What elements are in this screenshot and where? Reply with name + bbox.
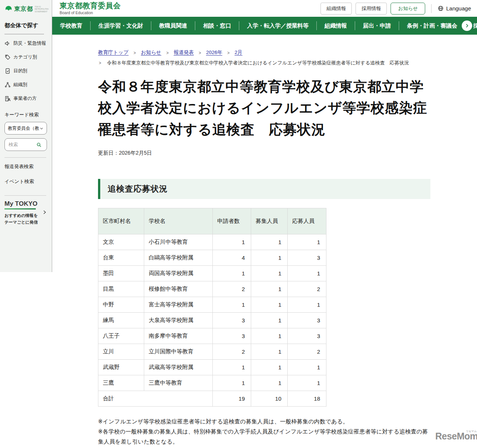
table-text-cell: 桜修館中等教育 bbox=[144, 281, 213, 297]
table-text-cell: 台東 bbox=[98, 250, 144, 266]
table-total-label: 合計 bbox=[98, 391, 213, 407]
nav-item[interactable]: 学校教育 bbox=[52, 22, 90, 29]
table-text-cell: 墨田 bbox=[98, 266, 144, 281]
table-header-row: 区市町村名学校名申請者数募集人員応募人員 bbox=[98, 208, 326, 234]
table-value-cell: 3 bbox=[213, 313, 251, 328]
search-scope-select[interactable]: 教育委員会（教 bbox=[4, 122, 47, 135]
table-value-cell: 1 bbox=[213, 375, 251, 391]
table-total-value: 19 bbox=[213, 391, 251, 407]
breadcrumb-links: 教育庁トップ＞お知らせ＞報道発表＞2026年＞2月 bbox=[98, 49, 242, 56]
table-text-cell: 武蔵野 bbox=[98, 360, 144, 375]
site-header: 東京都教育委員会 Board of Education 組織情報採用情報お知らせ… bbox=[52, 0, 477, 17]
sidebar-item[interactable]: 目的別 bbox=[4, 64, 48, 78]
table-row: 中野富士高等学校附属111 bbox=[98, 297, 326, 313]
table-value-cell: 1 bbox=[213, 360, 251, 375]
table-header-cell: 募集人員 bbox=[251, 208, 288, 234]
note-line: ※インフルエンザ等学校感染症罹患者等に対する追検査の募集人員は、一般枠募集の内数… bbox=[98, 416, 430, 426]
table-body: 文京小石川中等教育111台東白鷗高等学校附属413墨田両国高等学校附属111目黒… bbox=[98, 234, 326, 391]
table-header-cell: 区市町村名 bbox=[98, 208, 144, 234]
table-text-cell: 三鷹中等教育 bbox=[144, 375, 213, 391]
table-value-cell: 1 bbox=[213, 297, 251, 313]
table-row: 八王子南多摩中等教育313 bbox=[98, 328, 326, 344]
table-value-cell: 1 bbox=[288, 360, 326, 375]
sidebar-item[interactable]: 事業者の方 bbox=[4, 92, 48, 105]
mytokyo-banner[interactable]: My TOKYO おすすめの情報を テーマごとに発信 bbox=[4, 200, 47, 225]
search-scope-value: 教育委員会（教 bbox=[8, 125, 39, 132]
nav-item[interactable]: 相談・窓口 bbox=[195, 22, 239, 29]
search-icon[interactable] bbox=[36, 142, 42, 148]
notes: ※インフルエンザ等学校感染症罹患者等に対する追検査の募集人員は、一般枠募集の内数… bbox=[98, 416, 430, 447]
tokyo-logo[interactable]: 東京都 TOKYO METROPOLITAN GOVERNMENT bbox=[4, 5, 48, 13]
table-text-cell: 両国高等学校附属 bbox=[144, 266, 213, 281]
search-input[interactable] bbox=[8, 142, 36, 148]
breadcrumb-separator: ＞ bbox=[226, 49, 230, 56]
nav-item[interactable]: 条例・計画・審議会 bbox=[399, 22, 465, 29]
chevron-down-icon bbox=[40, 126, 44, 130]
table-row: 練馬大泉高等学校附属313 bbox=[98, 313, 326, 328]
table-row: 台東白鷗高等学校附属413 bbox=[98, 250, 326, 266]
sidebar-divider bbox=[4, 157, 46, 158]
table-text-cell: 武蔵高等学校附属 bbox=[144, 360, 213, 375]
breadcrumb-link[interactable]: 2026年 bbox=[206, 49, 222, 56]
table-value-cell: 1 bbox=[251, 344, 288, 360]
tokyo-logo-text: 東京都 bbox=[14, 5, 33, 13]
table-value-cell: 1 bbox=[251, 360, 288, 375]
nav-item[interactable]: 教職員関連 bbox=[151, 22, 195, 29]
table-header-cell: 応募人員 bbox=[288, 208, 326, 234]
header-button[interactable]: 組織情報 bbox=[320, 3, 352, 15]
breadcrumb-separator: ＞ bbox=[133, 49, 137, 56]
nav-item[interactable]: 組織情報 bbox=[317, 22, 355, 29]
table-value-cell: 3 bbox=[288, 313, 326, 328]
site-title-block[interactable]: 東京都教育委員会 Board of Education bbox=[60, 2, 121, 15]
table-value-cell: 3 bbox=[288, 250, 326, 266]
breadcrumb-separator: ＞ bbox=[165, 49, 170, 56]
header-button[interactable]: 採用情報 bbox=[356, 3, 387, 15]
chevron-right-icon bbox=[464, 23, 470, 28]
mytokyo-description: おすすめの情報を テーマごとに発信 bbox=[4, 212, 47, 225]
table-text-cell: 富士高等学校附属 bbox=[144, 297, 213, 313]
site-title: 東京都教育委員会 bbox=[60, 2, 121, 9]
breadcrumb-link[interactable]: 教育庁トップ bbox=[98, 49, 129, 56]
nav-item[interactable]: 届出・申請 bbox=[355, 22, 399, 29]
sidebar-item[interactable]: 防災・緊急情報 bbox=[4, 37, 48, 50]
nav-item[interactable]: 入学・転入学／授業料等 bbox=[239, 22, 316, 29]
breadcrumb-separator: ＞ bbox=[198, 49, 202, 56]
globe-icon bbox=[437, 5, 444, 12]
note-line: ※各学校の一般枠募集の募集人員は、特別枠募集での入学手続人員及びインフルエンザ等… bbox=[98, 426, 430, 447]
sidebar-link[interactable]: 報道発表検索 bbox=[4, 159, 48, 174]
sidebar-item[interactable]: カテゴリ別 bbox=[4, 50, 48, 64]
table-text-cell: 白鷗高等学校附属 bbox=[144, 250, 213, 266]
table-row: 墨田両国高等学校附属111 bbox=[98, 266, 326, 281]
nav-item[interactable]: 生涯学習・文化財 bbox=[91, 22, 151, 29]
table-value-cell: 1 bbox=[251, 297, 288, 313]
keyword-search-title: キーワード検索 bbox=[4, 111, 48, 118]
page-title: 令和８年度東京都立中等教育学校及び東京都立中学校入学者決定におけるインフルエンザ… bbox=[98, 76, 430, 140]
table-row: 文京小石川中等教育111 bbox=[98, 234, 326, 250]
sidebar-item-label: カテゴリ別 bbox=[13, 54, 37, 60]
table-value-cell: 2 bbox=[213, 281, 251, 297]
org-chart-icon bbox=[4, 82, 11, 88]
sidebar-item[interactable]: 組織別 bbox=[4, 78, 48, 92]
breadcrumb: 教育庁トップ＞お知らせ＞報道発表＞2026年＞2月 bbox=[98, 49, 430, 56]
sidebar-item-label: 事業者の方 bbox=[13, 95, 37, 102]
table-row: 目黒桜修館中等教育212 bbox=[98, 281, 326, 297]
table-text-cell: 文京 bbox=[98, 234, 144, 250]
table-text-cell: 目黒 bbox=[98, 281, 144, 297]
breadcrumb-link[interactable]: 2月 bbox=[234, 49, 242, 56]
header-button[interactable]: お知らせ bbox=[391, 3, 425, 15]
breadcrumb-link[interactable]: お知らせ bbox=[141, 49, 161, 56]
language-button[interactable]: Language bbox=[437, 5, 471, 12]
nav-scroll-next-button[interactable] bbox=[462, 20, 472, 31]
breadcrumb-current: 令和８年度東京都立中等教育学校及び東京都立中学校入学者決定におけるインフルエンザ… bbox=[107, 60, 409, 66]
table-value-cell: 1 bbox=[288, 234, 326, 250]
main-nav: 学校教育生涯学習・文化財教職員関連相談・窓口入学・転入学／授業料等組織情報届出・… bbox=[52, 17, 477, 35]
table-row: 武蔵野武蔵高等学校附属111 bbox=[98, 360, 326, 375]
breadcrumb-link[interactable]: 報道発表 bbox=[174, 49, 194, 56]
main-content: 教育庁トップ＞お知らせ＞報道発表＞2026年＞2月 ＞ 令和８年度東京都立中等教… bbox=[98, 35, 430, 447]
breadcrumb-current-row: ＞ 令和８年度東京都立中等教育学校及び東京都立中学校入学者決定におけるインフルエ… bbox=[98, 60, 430, 66]
page: 東京都 TOKYO METROPOLITAN GOVERNMENT 都全体で探す… bbox=[0, 0, 477, 448]
search-box bbox=[4, 138, 47, 151]
sidebar-link[interactable]: イベント検索 bbox=[4, 174, 48, 189]
table-text-cell: 三鷹 bbox=[98, 375, 144, 391]
application-status-table: 区市町村名学校名申請者数募集人員応募人員 文京小石川中等教育111台東白鷗高等学… bbox=[98, 208, 326, 407]
